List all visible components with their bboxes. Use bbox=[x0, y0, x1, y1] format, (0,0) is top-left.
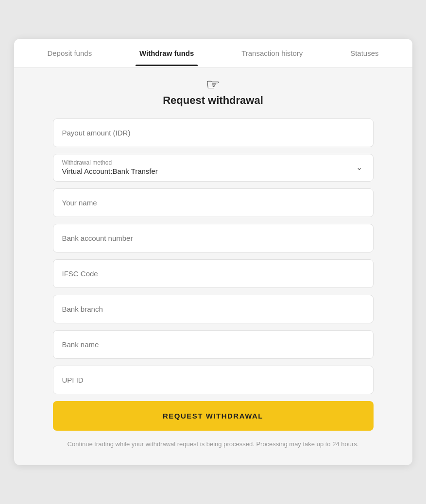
ifsc-code-input[interactable] bbox=[53, 260, 373, 287]
tab-statuses[interactable]: Statuses bbox=[346, 40, 382, 66]
tab-bar: Deposit funds Withdraw funds Transaction… bbox=[14, 39, 412, 68]
request-withdrawal-button[interactable]: REQUEST WITHDRAWAL bbox=[53, 401, 374, 431]
ifsc-code-field[interactable] bbox=[53, 259, 374, 288]
your-name-field[interactable] bbox=[53, 188, 374, 217]
bank-branch-field[interactable] bbox=[53, 295, 374, 323]
main-card: Deposit funds Withdraw funds Transaction… bbox=[14, 39, 412, 465]
bank-name-field[interactable] bbox=[53, 330, 374, 359]
withdrawal-method-field[interactable]: Withdrawal method Virtual Account:Bank T… bbox=[53, 154, 374, 182]
payout-amount-field[interactable] bbox=[53, 118, 374, 147]
payout-amount-input[interactable] bbox=[53, 119, 373, 147]
footer-note: Continue trading while your withdrawal r… bbox=[53, 439, 374, 450]
form-area: Withdrawal method Virtual Account:Bank T… bbox=[14, 118, 412, 450]
page-title: Request withdrawal bbox=[14, 94, 412, 107]
chevron-down-icon: ⌄ bbox=[356, 163, 364, 172]
withdrawal-method-label: Withdrawal method bbox=[62, 159, 158, 166]
your-name-input[interactable] bbox=[53, 189, 373, 217]
tab-deposit[interactable]: Deposit funds bbox=[43, 40, 96, 66]
cursor-area: ☞ bbox=[14, 68, 412, 94]
withdrawal-method-select[interactable]: Withdrawal method Virtual Account:Bank T… bbox=[62, 159, 364, 175]
hand-cursor-icon: ☞ bbox=[206, 77, 220, 92]
bank-branch-input[interactable] bbox=[53, 295, 373, 323]
tab-history[interactable]: Transaction history bbox=[238, 40, 307, 66]
withdrawal-method-content: Withdrawal method Virtual Account:Bank T… bbox=[62, 159, 158, 175]
bank-account-field[interactable] bbox=[53, 224, 374, 252]
upi-id-input[interactable] bbox=[53, 366, 373, 394]
upi-id-field[interactable] bbox=[53, 366, 374, 394]
withdrawal-method-value: Virtual Account:Bank Transfer bbox=[62, 167, 158, 175]
tab-withdraw[interactable]: Withdraw funds bbox=[136, 40, 198, 66]
bank-name-input[interactable] bbox=[53, 331, 373, 358]
bank-account-input[interactable] bbox=[53, 224, 373, 252]
